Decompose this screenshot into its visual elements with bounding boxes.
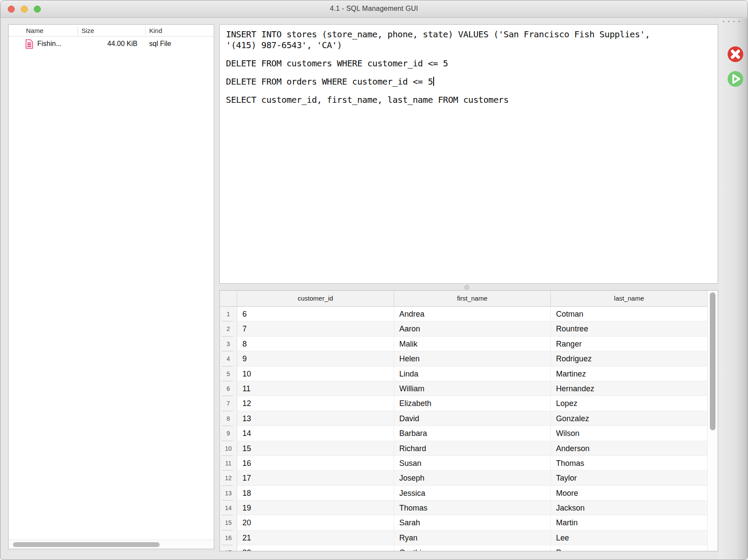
horizontal-scrollbar-thumb[interactable] (13, 542, 160, 547)
column-header-size[interactable]: Size (82, 27, 94, 34)
cell-last-name: Anderson (551, 441, 707, 456)
sql-file-icon (25, 39, 33, 51)
row-number: 14 (220, 501, 237, 515)
column-header-first-name[interactable]: first_name (394, 291, 551, 306)
cell-first-name: Cynthia (394, 545, 551, 551)
cell-customer-id: 20 (237, 515, 394, 530)
cell-last-name: Thomas (551, 456, 707, 471)
table-row[interactable]: 10 15 Richard Anderson (220, 441, 707, 456)
cell-last-name: Martinez (551, 367, 707, 381)
cell-customer-id: 9 (237, 351, 394, 366)
table-row[interactable]: 3 8 Malik Ranger (220, 337, 707, 351)
cell-customer-id: 16 (237, 456, 394, 471)
cell-customer-id: 12 (237, 396, 394, 411)
row-number: 2 (220, 321, 237, 336)
row-number: 4 (220, 351, 237, 366)
cell-last-name: Cotman (551, 307, 707, 321)
table-row[interactable]: 1 6 Andrea Cotman (220, 307, 707, 321)
cell-last-name: Jackson (551, 501, 707, 515)
table-row[interactable]: 5 10 Linda Martinez (220, 367, 707, 381)
file-size: 44.00 KiB (78, 40, 137, 48)
table-row[interactable]: 14 19 Thomas Jackson (220, 501, 707, 515)
drag-handle-dots[interactable] (723, 21, 745, 22)
cell-customer-id: 22 (237, 545, 394, 551)
sql-editor[interactable]: INSERT INTO stores (store_name, phone, s… (219, 24, 718, 284)
results-corner-cell (220, 291, 237, 306)
row-number: 8 (220, 411, 237, 426)
cell-first-name: David (394, 411, 551, 426)
cell-first-name: William (394, 381, 551, 396)
row-number: 12 (220, 471, 237, 485)
cell-last-name: Moore (551, 486, 707, 501)
cell-last-name: Lee (551, 531, 707, 545)
sql-statement: SELECT customer_id, first_name, last_nam… (226, 95, 712, 105)
table-row[interactable]: 12 17 Joseph Taylor (220, 471, 707, 485)
column-header-kind[interactable]: Kind (149, 27, 162, 34)
table-row[interactable]: 4 9 Helen Rodriguez (220, 351, 707, 366)
table-row[interactable]: 8 13 David Gonzalez (220, 411, 707, 426)
cell-customer-id: 15 (237, 441, 394, 456)
table-row[interactable]: 11 16 Susan Thomas (220, 456, 707, 471)
results-rows: 1 6 Andrea Cotman 2 7 Aaron Rountree 3 8… (220, 307, 707, 551)
column-header-last-name[interactable]: last_name (551, 291, 707, 306)
results-grid: customer_id first_name last_name 1 6 And… (219, 290, 718, 551)
table-row[interactable]: 15 20 Sarah Martin (220, 515, 707, 530)
cell-last-name: Rodriguez (551, 351, 707, 366)
table-row[interactable]: 13 18 Jessica Moore (220, 486, 707, 501)
window-title: 4.1 - SQL Management GUI (0, 5, 748, 13)
cell-first-name: Jessica (394, 486, 551, 501)
cell-customer-id: 7 (237, 321, 394, 336)
cell-customer-id: 18 (237, 486, 394, 501)
cell-last-name: Lopez (551, 396, 707, 411)
row-number: 11 (220, 456, 237, 471)
stop-query-button[interactable] (727, 46, 744, 62)
column-divider[interactable] (145, 26, 146, 35)
cell-customer-id: 17 (237, 471, 394, 485)
stop-icon (727, 57, 744, 64)
table-row[interactable]: 9 14 Barbara Wilson (220, 426, 707, 441)
cell-first-name: Elizabeth (394, 396, 551, 411)
row-number: 17 (220, 545, 237, 551)
cell-customer-id: 8 (237, 337, 394, 351)
sql-statement: DELETE FROM orders WHERE customer_id <= … (226, 76, 712, 87)
column-divider[interactable] (78, 26, 78, 35)
row-number: 15 (220, 515, 237, 530)
vertical-scrollbar-thumb[interactable] (710, 292, 715, 430)
table-row[interactable]: 7 12 Elizabeth Lopez (220, 396, 707, 411)
table-row[interactable]: 6 11 William Hernandez (220, 381, 707, 396)
cell-last-name: Rountree (551, 321, 707, 336)
cell-first-name: Andrea (394, 307, 551, 321)
title-bar[interactable]: 4.1 - SQL Management GUI (0, 0, 748, 18)
table-row[interactable]: 16 21 Ryan Lee (220, 531, 707, 545)
app-window: 4.1 - SQL Management GUI Name Size Kind … (0, 0, 748, 560)
cell-customer-id: 21 (237, 531, 394, 545)
cell-last-name: Martin (551, 515, 707, 530)
play-icon (727, 82, 744, 88)
cell-first-name: Malik (394, 337, 551, 351)
cell-customer-id: 10 (237, 367, 394, 381)
vertical-scrollbar-track[interactable] (707, 291, 718, 551)
row-number: 9 (220, 426, 237, 441)
row-number: 1 (220, 307, 237, 321)
cell-first-name: Thomas (394, 501, 551, 515)
row-number: 16 (220, 531, 237, 545)
cell-first-name: Ryan (394, 531, 551, 545)
file-row[interactable]: Fishin... 44.00 KiB sql File (9, 36, 214, 52)
column-header-name[interactable]: Name (26, 27, 43, 34)
splitter-handle[interactable] (464, 285, 469, 290)
cell-last-name: Hernandez (551, 381, 707, 396)
cell-customer-id: 6 (237, 307, 394, 321)
cell-last-name: Taylor (551, 471, 707, 485)
cell-last-name: Gonzalez (551, 411, 707, 426)
file-name: Fishin... (37, 40, 62, 48)
cell-customer-id: 11 (237, 381, 394, 396)
horizontal-scrollbar-track[interactable] (9, 540, 214, 549)
table-row[interactable]: 2 7 Aaron Rountree (220, 321, 707, 336)
run-query-button[interactable] (727, 71, 744, 87)
text-cursor (433, 77, 434, 86)
row-number: 3 (220, 337, 237, 351)
cell-last-name: Perez (551, 545, 707, 551)
column-header-customer-id[interactable]: customer_id (237, 291, 394, 306)
cell-customer-id: 19 (237, 501, 394, 515)
table-row[interactable]: 17 22 Cynthia Perez (220, 545, 707, 551)
